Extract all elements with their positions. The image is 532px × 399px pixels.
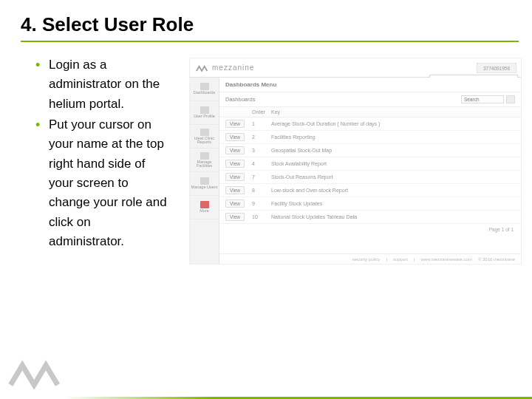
table-row: View10National Stock Updates Tableau Dat… xyxy=(219,211,521,224)
nav-manage-users[interactable]: Manage Users xyxy=(190,172,219,196)
table-row: View1Average Stock-Out Duration ( Number… xyxy=(219,117,521,131)
nav-more[interactable]: More xyxy=(190,196,219,219)
nav-label: Manage Facilities xyxy=(190,160,219,168)
embedded-screenshot: mezzanine 3774091958 Use NDoH - Stock Vi… xyxy=(189,58,522,265)
nav-label: Manage Users xyxy=(191,185,218,190)
main-panel: Dashboards Menu Dashboards Order Key Vie… xyxy=(219,78,521,264)
breadcrumb: Dashboards Menu xyxy=(219,78,521,92)
cell-key: Average Stock-Out Duration ( Number of d… xyxy=(271,121,515,126)
slide-corner-logo xyxy=(7,356,74,393)
view-button[interactable]: View xyxy=(225,200,245,208)
table-row: View9Facility Stock Updates xyxy=(219,197,521,211)
footer-site[interactable]: www.mezzanineware.com xyxy=(421,257,472,262)
cell-key: Low-stock and Over-stock Report xyxy=(271,188,515,193)
view-button[interactable]: View xyxy=(225,160,245,168)
cell-key: Facility Stock Updates xyxy=(271,201,515,206)
cell-order: 10 xyxy=(252,214,271,219)
cell-order: 1 xyxy=(252,121,271,126)
search-go-button[interactable] xyxy=(506,95,515,103)
corner-logo-icon xyxy=(7,356,74,390)
nav-label: Dashboards xyxy=(194,91,216,95)
table-row: View8Low-stock and Over-stock Report xyxy=(219,184,521,197)
cell-order: 3 xyxy=(252,148,271,153)
footer-security[interactable]: security policy xyxy=(352,257,381,262)
footer-copyright: © 2016 mezzanine xyxy=(478,257,515,262)
dashboard-icon xyxy=(200,83,209,90)
cell-order: 4 xyxy=(252,161,271,166)
more-icon xyxy=(200,201,209,208)
nav-label: User Profile xyxy=(194,115,215,119)
cell-order: 8 xyxy=(252,188,271,193)
account-badge[interactable]: 3774091958 xyxy=(477,63,516,73)
users-icon xyxy=(200,177,209,185)
brand-text: mezzanine xyxy=(212,64,254,72)
left-nav: Dashboards User Profile Ideal Clinic Rep… xyxy=(190,78,219,264)
brand-logo: mezzanine xyxy=(196,63,254,73)
cell-key: Stock Availability Report xyxy=(271,161,515,166)
view-button[interactable]: View xyxy=(225,133,245,141)
cell-key: Facilities Reporting xyxy=(271,134,515,140)
bullet-list: Login as a administrator on the helium p… xyxy=(35,55,168,253)
table-row: View3Geospatial Stock-Out Map xyxy=(219,144,521,157)
table-row: View2Facilities Reporting xyxy=(219,131,521,144)
panel-title: Dashboards xyxy=(225,96,255,103)
nav-label: Ideal Clinic Reports xyxy=(190,137,219,145)
brand-logo-icon xyxy=(196,63,209,73)
table-row: View4Stock Availability Report xyxy=(219,157,521,171)
view-button[interactable]: View xyxy=(225,120,245,128)
report-icon xyxy=(200,129,209,136)
cell-key: National Stock Updates Tableau Data xyxy=(271,214,515,219)
heading-underline xyxy=(21,41,519,42)
search-input[interactable] xyxy=(461,95,504,103)
nav-ideal-clinic-reports[interactable]: Ideal Clinic Reports xyxy=(190,125,219,149)
cell-order: 7 xyxy=(252,174,271,180)
app-footer: security policy | support | www.mezzanin… xyxy=(219,253,521,264)
col-key: Key xyxy=(271,109,515,115)
building-icon xyxy=(200,152,209,160)
view-button[interactable]: View xyxy=(225,173,245,181)
footer-support[interactable]: support xyxy=(393,257,408,262)
view-button[interactable]: View xyxy=(225,146,245,154)
search-box xyxy=(461,95,515,103)
bullet-item: Put your cursor on your name at the top … xyxy=(35,115,168,251)
slide-heading: 4. Select User Role xyxy=(0,0,532,41)
cell-key: Geospatial Stock-Out Map xyxy=(271,148,515,153)
cell-order: 9 xyxy=(252,201,271,206)
view-button[interactable]: View xyxy=(225,186,245,194)
cell-order: 2 xyxy=(252,134,271,140)
col-order: Order xyxy=(252,109,271,115)
cell-key: Stock-Out Reasons Report xyxy=(271,174,515,180)
nav-dashboards[interactable]: Dashboards xyxy=(190,78,219,101)
nav-manage-facilities[interactable]: Manage Facilities xyxy=(190,149,219,172)
view-button[interactable]: View xyxy=(225,213,245,221)
nav-label: More xyxy=(200,209,209,214)
table-header: Order Key xyxy=(219,107,521,117)
table-row: View7Stock-Out Reasons Report xyxy=(219,171,521,184)
nav-user-profile[interactable]: User Profile xyxy=(190,101,219,125)
bullet-item: Login as a administrator on the helium p… xyxy=(35,55,168,114)
pager: Page 1 of 1 xyxy=(219,224,521,235)
user-icon xyxy=(200,106,209,114)
